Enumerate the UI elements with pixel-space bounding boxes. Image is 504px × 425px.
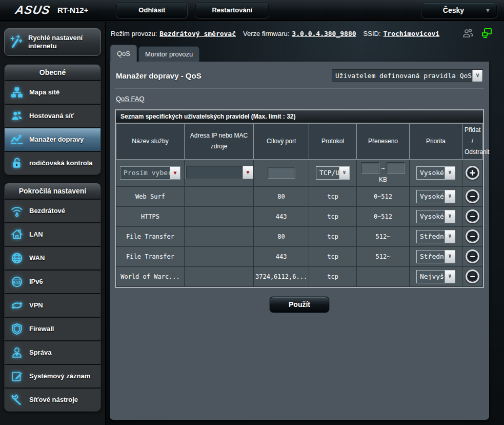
sidebar-item-parental-control[interactable]: rodičovská kontrola bbox=[5, 152, 100, 175]
port-cell: 443 bbox=[254, 246, 309, 266]
transferred-min-input[interactable] bbox=[361, 162, 379, 174]
sidebar-item-label: rodičovská kontrola bbox=[29, 159, 93, 167]
svg-text:IPv6: IPv6 bbox=[13, 280, 21, 284]
sidebar-item-network-tools[interactable]: Síťové nástroje bbox=[5, 389, 100, 411]
parental-control-icon bbox=[9, 156, 25, 170]
magic-wand-icon bbox=[9, 35, 24, 49]
sidebar-item-label: LAN bbox=[29, 230, 43, 239]
clients-icon[interactable] bbox=[462, 28, 474, 39]
service-cell: File Transfer bbox=[116, 226, 185, 246]
qos-rule-type-select[interactable]: Uživatelem definovaná pravidla QoS bbox=[332, 69, 483, 82]
delete-rule-button[interactable] bbox=[466, 229, 479, 243]
service-cell: Web Surf bbox=[116, 186, 185, 206]
traffic-manager-icon bbox=[9, 132, 25, 147]
qos-rule-type-value: Uživatelem definovaná pravidla QoS bbox=[332, 70, 472, 82]
sidebar-item-guest-network[interactable]: Hostovaná síť bbox=[5, 105, 100, 127]
network-tools-icon bbox=[9, 393, 25, 407]
table-row: File Transfer 80 tcp 512~ Střední bbox=[116, 226, 483, 246]
sidebar-item-label: Systémový záznam bbox=[29, 372, 90, 380]
transferred-max-input[interactable] bbox=[387, 162, 405, 174]
tab-qos[interactable]: QoS bbox=[110, 45, 137, 62]
logout-button[interactable]: Odhlásit bbox=[116, 2, 187, 18]
column-header: Priorita bbox=[409, 124, 462, 160]
sidebar-item-wireless[interactable]: Bezdrátové bbox=[5, 200, 100, 222]
table-row: World of Warc... 3724,6112,6... tcp Nejv… bbox=[116, 266, 483, 286]
sidebar-item-label: Hostovaná síť bbox=[29, 112, 74, 120]
range-separator: ~ bbox=[381, 165, 385, 172]
column-header: Cílový port bbox=[254, 124, 309, 160]
source-cell bbox=[184, 266, 253, 286]
quick-internet-setup-button[interactable]: Rychlé nastavení internetu bbox=[4, 28, 101, 56]
sidebar-section-general: Obecné Mapa sítě Ho bbox=[4, 64, 101, 175]
language-select[interactable]: Česky ▼ bbox=[421, 3, 497, 18]
column-header: Protokol bbox=[309, 124, 357, 160]
delete-rule-button[interactable] bbox=[466, 249, 479, 263]
chevron-down-icon bbox=[445, 271, 455, 283]
ssid-link[interactable]: Trochimovicovi bbox=[384, 30, 440, 37]
guest-network-icon bbox=[9, 109, 25, 123]
content-panel: Manažer dopravy - QoS Uživatelem definov… bbox=[110, 62, 489, 420]
operation-mode-link[interactable]: Bezdrátový směrovač bbox=[159, 30, 236, 37]
chevron-down-icon bbox=[445, 190, 455, 203]
sidebar-item-label: Síťové nástroje bbox=[29, 396, 78, 404]
column-header: Název služby bbox=[116, 124, 185, 160]
firmware-version-link[interactable]: 3.0.0.4.380_9880 bbox=[292, 30, 356, 37]
chevron-down-icon: ▼ bbox=[485, 7, 496, 13]
service-name-select[interactable]: Prosím vyberte bbox=[120, 166, 180, 180]
protocol-select[interactable]: TCP/UDP bbox=[316, 166, 350, 180]
sidebar-item-label: IPv6 bbox=[29, 278, 43, 286]
top-header: ASUS RT-N12+ Odhlásit Restartování Česky… bbox=[0, 0, 504, 21]
priority-select[interactable]: Střední bbox=[416, 250, 455, 263]
port-cell: 80 bbox=[254, 186, 309, 206]
sidebar-item-ipv6[interactable]: IPv6 IPv6 bbox=[5, 271, 100, 293]
admin-icon bbox=[9, 345, 25, 360]
sidebar-item-system-log[interactable]: Systémový záznam bbox=[5, 365, 100, 388]
apply-button[interactable]: Použít bbox=[270, 297, 329, 313]
sidebar-section-advanced: Pokročilá nastavení Bezdrátové bbox=[4, 183, 101, 412]
target-port-input[interactable] bbox=[268, 167, 295, 179]
sidebar-item-traffic-manager[interactable]: Manažer dopravy bbox=[5, 128, 100, 151]
source-address-select[interactable] bbox=[186, 166, 253, 179]
protocol-cell: tcp bbox=[309, 226, 357, 246]
priority-select[interactable]: Vysoké bbox=[416, 166, 455, 180]
reboot-button[interactable]: Restartování bbox=[195, 2, 269, 18]
delete-rule-button[interactable] bbox=[466, 189, 479, 203]
sidebar-item-wan[interactable]: WAN bbox=[5, 247, 100, 269]
port-cell: 443 bbox=[254, 206, 309, 226]
table-row: Web Surf 80 tcp 0~512 Vysoké bbox=[116, 186, 483, 206]
sidebar-item-firewall[interactable]: Firewall bbox=[5, 318, 100, 340]
service-cell: File Transfer bbox=[116, 246, 185, 266]
sidebar-section-title: Pokročilá nastavení bbox=[5, 183, 100, 199]
sidebar: Rychlé nastavení internetu Obecné Mapa s… bbox=[0, 22, 106, 425]
priority-select[interactable]: Vysoké bbox=[416, 190, 455, 203]
sidebar-item-administration[interactable]: Správa bbox=[5, 341, 100, 364]
protocol-cell: tcp bbox=[309, 206, 357, 226]
wan-icon bbox=[9, 251, 25, 265]
delete-rule-button[interactable] bbox=[466, 209, 479, 223]
priority-select[interactable]: Nejvyšší bbox=[416, 270, 455, 283]
protocol-cell: tcp bbox=[309, 266, 357, 286]
system-log-icon bbox=[9, 369, 25, 383]
transferred-cell: 0~512 bbox=[357, 206, 410, 226]
delete-rule-button[interactable] bbox=[466, 269, 479, 283]
language-label: Česky bbox=[422, 6, 485, 14]
protocol-cell: tcp bbox=[309, 186, 357, 206]
device-status-icon[interactable] bbox=[480, 28, 493, 39]
table-title: Seznam specifických uživatelských pravid… bbox=[116, 110, 483, 123]
priority-select[interactable]: Střední bbox=[416, 230, 455, 243]
sidebar-item-lan[interactable]: LAN bbox=[5, 223, 100, 246]
transferred-cell: 512~ bbox=[357, 246, 410, 266]
sidebar-item-vpn[interactable]: VPN bbox=[5, 294, 100, 317]
chevron-down-icon bbox=[339, 167, 349, 179]
network-map-icon bbox=[9, 85, 25, 100]
add-rule-button[interactable] bbox=[466, 166, 479, 180]
wireless-icon bbox=[9, 204, 25, 218]
qos-faq-link[interactable]: QoS FAQ bbox=[116, 95, 145, 103]
port-cell: 3724,6112,6... bbox=[254, 266, 309, 286]
priority-select[interactable]: Vysoké bbox=[416, 210, 455, 223]
chevron-down-icon bbox=[445, 230, 455, 243]
tab-monitor-provozu[interactable]: Monitor provozu bbox=[138, 46, 199, 62]
sidebar-item-network-map[interactable]: Mapa sítě bbox=[5, 81, 100, 104]
sidebar-section-title: Obecné bbox=[5, 65, 100, 80]
chevron-down-icon bbox=[445, 167, 455, 179]
